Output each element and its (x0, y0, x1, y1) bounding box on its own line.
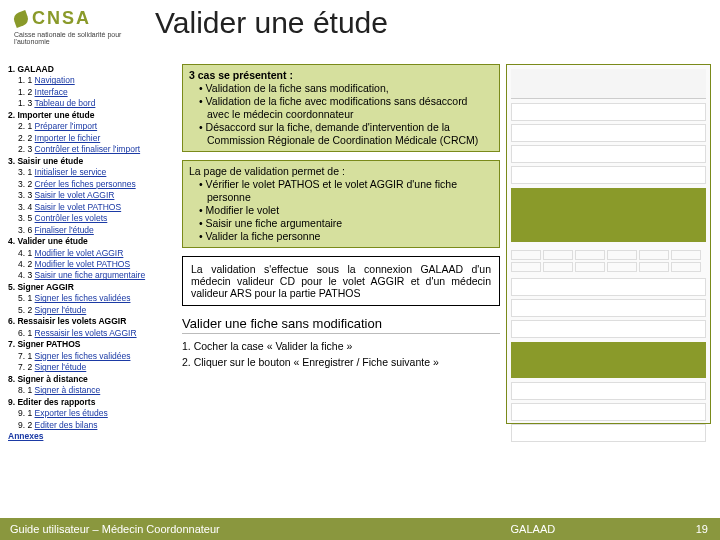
toc-item: 3. 4 Saisir le volet PATHOS (8, 202, 176, 213)
toc-section: 9. Editer des rapports (8, 397, 176, 408)
toc-link[interactable]: Signer les fiches validées (35, 293, 131, 303)
case-2b: avec le médecin coordonnateur (189, 108, 493, 120)
main-content: 3 cas se présentent : • Validation de la… (182, 64, 500, 372)
toc-item: 1. 1 Navigation (8, 75, 176, 86)
toc-item: 2. 3 Contrôler et finaliser l'import (8, 144, 176, 155)
toc-item: 6. 1 Ressaisir les volets AGGIR (8, 328, 176, 339)
toc-link[interactable]: Signer l'étude (35, 305, 87, 315)
toc-section: 3. Saisir une étude (8, 156, 176, 167)
toc-item: 3. 1 Initialiser le service (8, 167, 176, 178)
table-of-contents: 1. GALAAD1. 1 Navigation1. 2 Interface1.… (8, 64, 176, 442)
toc-item: 3. 5 Contrôler les volets (8, 213, 176, 224)
toc-item: 5. 1 Signer les fiches validées (8, 293, 176, 304)
toc-annexes-link[interactable]: Annexes (8, 431, 176, 442)
toc-item: 4. 1 Modifier le volet AGGIR (8, 248, 176, 259)
screenshot-preview (506, 64, 711, 424)
toc-link[interactable]: Ressaisir les volets AGGIR (35, 328, 137, 338)
subheading: Valider une fiche sans modification (182, 316, 500, 334)
toc-section: 2. Importer une étude (8, 110, 176, 121)
toc-link[interactable]: Saisir une fiche argumentaire (35, 270, 146, 280)
toc-item: 1. 3 Tableau de bord (8, 98, 176, 109)
toc-item: 8. 1 Signer à distance (8, 385, 176, 396)
step-2: 2. Cliquer sur le bouton « Enregistrer /… (182, 356, 500, 368)
toc-link[interactable]: Modifier le volet PATHOS (35, 259, 131, 269)
toc-link[interactable]: Contrôler et finaliser l'import (35, 144, 141, 154)
toc-item: 1. 2 Interface (8, 87, 176, 98)
toc-link[interactable]: Préparer l'import (35, 121, 98, 131)
toc-link[interactable]: Saisir le volet AGGIR (35, 190, 115, 200)
toc-item: 3. 6 Finaliser l'étude (8, 225, 176, 236)
footer-center: GALAAD (370, 523, 696, 535)
page-title: Valider une étude (155, 6, 388, 40)
toc-item: 5. 2 Signer l'étude (8, 305, 176, 316)
case-3a: • Désaccord sur la fiche, demande d'inte… (189, 121, 493, 133)
case-2a: • Validation de la fiche avec modificati… (189, 95, 493, 107)
toc-section: 8. Signer à distance (8, 374, 176, 385)
toc-item: 3. 2 Créer les fiches personnes (8, 179, 176, 190)
toc-section: 7. Signer PATHOS (8, 339, 176, 350)
toc-item: 4. 2 Modifier le volet PATHOS (8, 259, 176, 270)
toc-section: 6. Ressaisir les volets AGGIR (8, 316, 176, 327)
step-1: 1. Cocher la case « Valider la fiche » (182, 340, 500, 352)
toc-link[interactable]: Signer les fiches validées (35, 351, 131, 361)
cases-box: 3 cas se présentent : • Validation de la… (182, 64, 500, 152)
logo-text: CNSA (32, 8, 91, 28)
toc-link[interactable]: Signer à distance (35, 385, 101, 395)
footer-left: Guide utilisateur – Médecin Coordonnateu… (0, 523, 370, 535)
toc-item: 7. 1 Signer les fiches validées (8, 351, 176, 362)
feature-2: • Modifier le volet (189, 204, 493, 216)
toc-link[interactable]: Signer l'étude (35, 362, 87, 372)
note-box: La validation s'effectue sous la connexi… (182, 256, 500, 306)
toc-section: 1. GALAAD (8, 64, 176, 75)
toc-link[interactable]: Finaliser l'étude (35, 225, 94, 235)
case-3b: Commission Régionale de Coordination Méd… (189, 134, 493, 146)
feature-1a: • Vérifier le volet PATHOS et le volet A… (189, 178, 493, 190)
logo-subtitle: Caisse nationale de solidarité pour l'au… (14, 31, 124, 46)
feature-1b: personne (189, 191, 493, 203)
toc-item: 2. 1 Préparer l'import (8, 121, 176, 132)
toc-section: 5. Signer AGGIR (8, 282, 176, 293)
toc-link[interactable]: Interface (35, 87, 68, 97)
cases-heading: 3 cas se présentent : (189, 69, 293, 81)
feature-3: • Saisir une fiche argumentaire (189, 217, 493, 229)
toc-item: 9. 2 Editer des bilans (8, 420, 176, 431)
toc-link[interactable]: Importer le fichier (35, 133, 101, 143)
toc-link[interactable]: Navigation (35, 75, 75, 85)
leaf-icon (12, 10, 30, 28)
cnsa-logo: CNSA Caisse nationale de solidarité pour… (14, 8, 124, 46)
footer-page: 19 (696, 523, 720, 535)
case-1: • Validation de la fiche sans modificati… (189, 82, 493, 94)
toc-item: 2. 2 Importer le fichier (8, 133, 176, 144)
toc-link[interactable]: Tableau de bord (34, 98, 95, 108)
footer-bar: Guide utilisateur – Médecin Coordonnateu… (0, 518, 720, 540)
features-heading: La page de validation permet de : (189, 165, 493, 177)
toc-link[interactable]: Exporter les études (35, 408, 108, 418)
toc-link[interactable]: Initialiser le service (35, 167, 107, 177)
toc-item: 7. 2 Signer l'étude (8, 362, 176, 373)
toc-link[interactable]: Contrôler les volets (35, 213, 108, 223)
toc-link[interactable]: Editer des bilans (35, 420, 98, 430)
toc-link[interactable]: Créer les fiches personnes (35, 179, 136, 189)
toc-item: 4. 3 Saisir une fiche argumentaire (8, 270, 176, 281)
toc-link[interactable]: Modifier le volet AGGIR (35, 248, 124, 258)
toc-item: 3. 3 Saisir le volet AGGIR (8, 190, 176, 201)
toc-link[interactable]: Saisir le volet PATHOS (35, 202, 122, 212)
features-box: La page de validation permet de : • Véri… (182, 160, 500, 248)
toc-section: 4. Valider une étude (8, 236, 176, 247)
toc-item: 9. 1 Exporter les études (8, 408, 176, 419)
feature-4: • Valider la fiche personne (189, 230, 493, 242)
